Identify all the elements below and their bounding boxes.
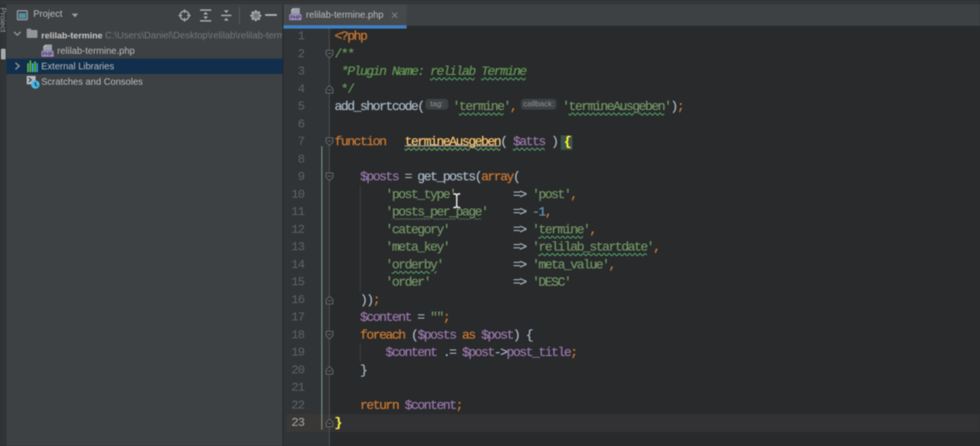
svg-text:PHP: PHP (290, 15, 301, 20)
svg-text:PHP: PHP (42, 51, 53, 57)
